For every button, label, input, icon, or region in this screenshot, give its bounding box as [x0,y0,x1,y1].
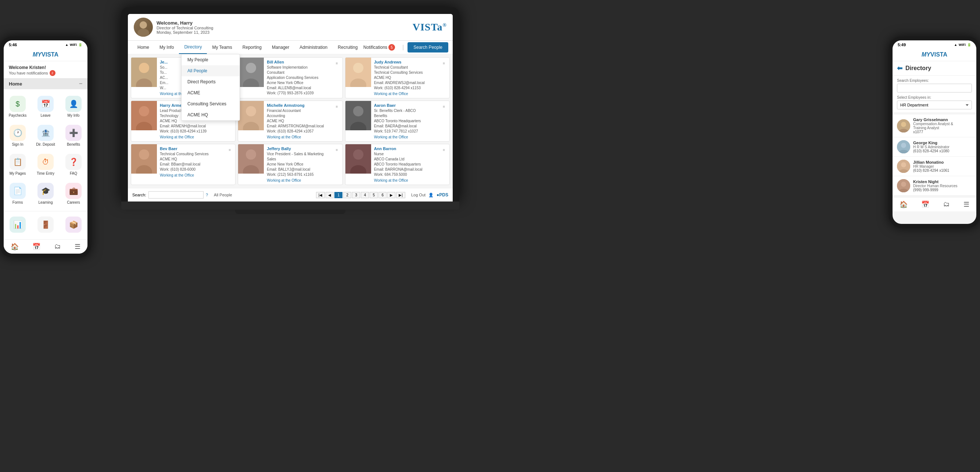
nav-reporting[interactable]: Reporting [237,41,267,54]
page-2[interactable]: 2 [343,192,351,198]
page-first[interactable]: |◀ [316,192,325,198]
faq-icon: ❓ [65,154,81,170]
dropdown-acme[interactable]: ACME [181,87,240,98]
dropdown-all-people[interactable]: All People [181,65,240,76]
grid-item-benefits[interactable]: ➕ Benefits [59,121,88,150]
person-card-icon-bev: ≡ [227,146,232,154]
search-employees-input[interactable] [897,84,972,92]
dropdown-my-people[interactable]: My People [181,54,240,65]
dir-phone-kristen: (999) 999-9999 [913,188,972,192]
dir-person-jillian[interactable]: Jillian Monatino HR Manager (610) 828-42… [892,157,976,176]
back-button[interactable]: ⬅ [897,64,902,72]
right-nav-menu[interactable]: ☰ [964,200,969,209]
notifications[interactable]: Notifications 5 [363,44,395,51]
search-employees-label: Search Employees: [897,79,972,82]
nav-administration[interactable]: Administration [294,41,332,54]
left-status-bar: 5:46 ▲ WiFi 🔋 [4,40,88,49]
person-svg-bev [131,144,157,174]
forms-label: Forms [13,200,23,204]
notifications-badge: 5 [388,44,395,51]
grid-item-my-info[interactable]: 👤 My Info [59,92,88,121]
right-nav-org[interactable]: 🗂 [943,200,950,209]
dir-details-gary: Gary Grisselmann Compensation Analyst &T… [913,117,972,134]
dir-deposit-icon: 🏦 [38,125,54,141]
person-card-judy-andrews[interactable]: Judy Andrews Technical ConsultantTechnic… [345,57,450,98]
pagination: |◀ ◀ 1 2 3 4 5 6 ▶ ▶| [316,192,405,198]
department-select[interactable]: HR Department [897,101,972,109]
svg-point-24 [246,149,256,160]
grid-item-report[interactable]: 📊 [4,213,32,238]
search-label: Search: [132,193,146,197]
person-card-ann-barron[interactable]: Ann Barron NurseABCO Canada LtdABCO Toro… [345,144,450,185]
page-prev[interactable]: ◀ [326,192,334,198]
nav-my-teams[interactable]: My Teams [207,41,237,54]
person-card-michelle-armstrong[interactable]: Michelle Armstrong Financial AccountantA… [238,101,342,142]
right-phone-frame: 5:49 ▲ WiFi 🔋 MYVISTA ⬅ Directory Se [889,37,980,228]
my-pages-label: My Pages [10,171,26,176]
left-nav-home[interactable]: 🏠 [11,242,19,251]
person-card-aaron-baer[interactable]: Aaron Baer Sr. Benefits Clerk - ABCOBene… [345,101,450,142]
person-detail-bev: Technical Consulting ServicesACME HQEmai… [160,152,209,172]
right-nav-home[interactable]: 🏠 [899,200,908,209]
nav-directory[interactable]: Directory [179,41,207,54]
search-people-button[interactable]: Search People [407,42,448,52]
dir-phone-gary: x1077 [913,130,972,134]
nav-my-info[interactable]: My Info [154,41,179,54]
grid-item-leave[interactable]: 📅 Leave [32,92,59,121]
nav-home[interactable]: Home [132,41,154,54]
dir-person-gary[interactable]: Gary Grisselmann Compensation Analyst &T… [892,114,976,137]
page-last[interactable]: ▶| [396,192,405,198]
person-svg-bill [238,58,264,87]
grid-item-learning[interactable]: 🎓 Learning [32,179,59,208]
grid-item-faq[interactable]: ❓ FAQ [59,150,88,179]
person-name-michelle: Michelle Armstrong [267,103,324,108]
right-nav-calendar[interactable]: 📅 [921,200,929,209]
logout-button[interactable]: Log Out [411,193,425,197]
person-svg-michelle [238,101,264,130]
left-welcome-section: Welcome Kristen! You have notifications … [4,61,88,78]
grid-item-careers[interactable]: 💼 Careers [59,179,88,208]
laptop-frame: Welcome, Harry Director of Technical Con… [121,7,459,201]
grid-item-my-pages[interactable]: 📋 My Pages [4,150,32,179]
person-card-bev-baer[interactable]: Bev Baer Technical Consulting ServicesAC… [131,144,235,185]
person-photo-je [131,58,157,87]
dropdown-acme-hq[interactable]: ACME HQ [181,109,240,120]
page-3[interactable]: 3 [352,192,360,198]
nav-recruiting[interactable]: Recruiting [332,41,363,54]
right-wifi: WiFi [959,43,966,47]
person-photo-harry [131,101,157,130]
page-1[interactable]: 1 [334,192,342,198]
person-card-jeffery-bally[interactable]: Jeffery Bally Vice President - Sales & M… [238,144,342,185]
dropdown-direct-reports[interactable]: Direct Reports [181,76,240,87]
page-next[interactable]: ▶ [387,192,395,198]
dir-details-george: George King H R M S Administrator (610) … [913,141,972,153]
left-minimize[interactable]: − [79,81,82,87]
directory-title: Directory [905,65,931,71]
dir-phone-jillian: (610) 828-4294 x1061 [913,168,972,173]
avatar-svg-gary [897,119,910,133]
grid-item-time-entry[interactable]: ⏱ Time Entry [32,150,59,179]
left-nav-calendar[interactable]: 📅 [32,242,40,251]
grid-item-purple-box[interactable]: 📦 [59,213,88,238]
dir-name-kristen: Kristen Night [913,179,972,184]
page-5[interactable]: 5 [370,192,378,198]
grid-item-dir-deposit[interactable]: 🏦 Dir. Deposit [32,121,59,150]
nav-manager[interactable]: Manager [267,41,294,54]
grid-item-door[interactable]: 🚪 [32,213,59,238]
page-6[interactable]: 6 [379,192,387,198]
grid-item-sign-in[interactable]: 🕐 Sign In [4,121,32,150]
search-input[interactable] [148,191,204,198]
dir-person-kristen[interactable]: Kristen Night Director Human Resources (… [892,176,976,196]
dir-person-george[interactable]: George King H R M S Administrator (610) … [892,137,976,157]
left-nav-menu[interactable]: ☰ [75,242,81,251]
person-card-bill-allen[interactable]: Bill Allen Software ImplementationConsul… [238,57,342,98]
grid-item-paychecks[interactable]: $ Paychecks [4,92,32,121]
page-4[interactable]: 4 [361,192,369,198]
dropdown-consulting-services[interactable]: Consulting Services [181,98,240,109]
grid-item-forms[interactable]: 📄 Forms [4,179,32,208]
dir-name-jillian: Jillian Monatino [913,160,972,165]
left-nav-org[interactable]: 🗂 [54,242,61,251]
footer-filter-label: All People [214,193,232,197]
svg-point-21 [139,149,149,160]
learning-icon: 🎓 [38,183,54,199]
